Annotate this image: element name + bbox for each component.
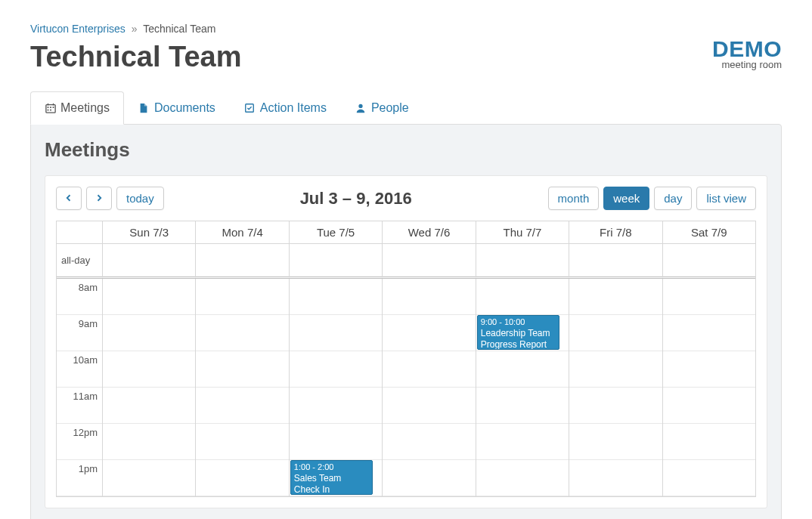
tab-label: Documents [154, 101, 215, 115]
calendar-toolbar: today Jul 3 – 9, 2016 month week day lis… [56, 187, 756, 210]
svg-rect-5 [50, 110, 51, 111]
time-slot-cell[interactable] [196, 388, 288, 424]
time-slot-cell[interactable] [663, 388, 755, 424]
time-slot-cell[interactable] [196, 315, 288, 351]
view-month-button[interactable]: month [548, 187, 600, 210]
view-day-button[interactable]: day [654, 187, 692, 210]
time-slot-cell[interactable] [383, 351, 475, 388]
checklist-icon [244, 103, 256, 114]
prev-button[interactable] [56, 187, 82, 210]
time-label: 8am [57, 279, 102, 315]
time-slot-cell[interactable] [569, 279, 662, 315]
time-slot-cell[interactable] [383, 388, 475, 424]
tab-documents[interactable]: Documents [124, 91, 230, 125]
person-icon [355, 103, 367, 114]
time-slot-cell[interactable] [383, 424, 475, 460]
time-slot-cell[interactable] [383, 460, 475, 496]
allday-cell[interactable] [102, 244, 195, 279]
file-icon [138, 103, 150, 114]
breadcrumb-root-link[interactable]: Virtucon Enterprises [30, 23, 126, 35]
tab-label: Meetings [60, 101, 110, 115]
time-slot-cell[interactable] [290, 424, 382, 460]
day-header: Thu 7/7 [476, 221, 569, 244]
allday-label: all-day [57, 244, 102, 279]
time-slot-cell[interactable] [663, 279, 755, 315]
time-slot-cell[interactable] [290, 279, 382, 315]
time-slot-cell[interactable] [569, 351, 662, 388]
day-header: Wed 7/6 [382, 221, 475, 244]
time-slot-cell[interactable] [196, 351, 288, 388]
calendar-title: Jul 3 – 9, 2016 [300, 189, 412, 209]
day-col-fri[interactable] [569, 279, 662, 496]
chevron-left-icon [64, 193, 73, 202]
calendar-event[interactable]: 9:00 - 10:00Leadership Team Progress Rep… [477, 315, 559, 350]
time-slot-cell[interactable] [476, 388, 569, 424]
svg-rect-0 [45, 105, 54, 113]
svg-rect-3 [52, 107, 54, 108]
tab-label: People [371, 101, 409, 115]
allday-cell[interactable] [195, 244, 288, 279]
time-slot-cell[interactable] [103, 315, 195, 351]
time-slot-cell[interactable] [569, 424, 662, 460]
calendar-event[interactable]: 1:00 - 2:00Sales Team Check In [290, 460, 373, 495]
view-list-button[interactable]: list view [696, 187, 756, 210]
time-slot-cell[interactable] [476, 460, 569, 496]
time-label: 12pm [57, 424, 102, 460]
time-slot-cell[interactable] [383, 279, 475, 315]
time-slot-cell[interactable] [569, 388, 662, 424]
time-slot-cell[interactable] [663, 460, 755, 496]
time-slot-cell[interactable] [103, 388, 195, 424]
day-col-sun[interactable] [102, 279, 195, 496]
day-header: Fri 7/8 [569, 221, 662, 244]
time-slot-cell[interactable] [196, 460, 288, 496]
time-slot-cell[interactable] [103, 279, 195, 315]
time-slot-cell[interactable] [290, 388, 382, 424]
svg-point-9 [359, 104, 363, 108]
time-slot-cell[interactable] [663, 315, 755, 351]
day-col-tue[interactable]: 1:00 - 2:00Sales Team Check In [289, 279, 382, 496]
logo-text: DEMO [712, 36, 782, 62]
day-col-wed[interactable] [382, 279, 475, 496]
time-slot-cell[interactable] [103, 424, 195, 460]
view-week-button[interactable]: week [603, 187, 649, 210]
time-slot-cell[interactable] [663, 351, 755, 388]
day-col-sat[interactable] [662, 279, 755, 496]
time-slot-cell[interactable] [663, 424, 755, 460]
event-title: Sales Team Check In [294, 473, 341, 495]
calendar-grid: Sun 7/3 Mon 7/4 Tue 7/5 Wed 7/6 Thu 7/7 … [56, 221, 756, 497]
tab-action-items[interactable]: Action Items [230, 91, 341, 125]
day-header: Mon 7/4 [195, 221, 288, 244]
time-slot-cell[interactable] [290, 351, 382, 388]
allday-cell[interactable] [476, 244, 569, 279]
svg-rect-2 [50, 107, 51, 108]
time-slot-cell[interactable] [476, 351, 569, 388]
time-slot-cell[interactable] [383, 315, 475, 351]
event-time: 1:00 - 2:00 [294, 462, 369, 473]
time-slot-cell[interactable] [196, 424, 288, 460]
allday-cell[interactable] [289, 244, 382, 279]
panel: Meetings today Jul 3 – 9, 2016 month wee… [30, 124, 782, 519]
day-header: Sun 7/3 [102, 221, 195, 244]
axis-corner [57, 221, 102, 244]
next-button[interactable] [86, 187, 112, 210]
logo-subtext: meeting room [712, 59, 782, 70]
calendar: today Jul 3 – 9, 2016 month week day lis… [45, 175, 767, 508]
day-col-mon[interactable] [195, 279, 288, 496]
time-slot-cell[interactable] [103, 460, 195, 496]
allday-cell[interactable] [662, 244, 755, 279]
allday-cell[interactable] [569, 244, 662, 279]
time-slot-cell[interactable] [476, 424, 569, 460]
calendar-icon [45, 103, 56, 114]
time-slot-cell[interactable] [476, 279, 569, 315]
allday-cell[interactable] [382, 244, 475, 279]
time-slot-cell[interactable] [569, 460, 662, 496]
time-label: 10am [57, 351, 102, 388]
time-slot-cell[interactable] [103, 351, 195, 388]
tab-meetings[interactable]: Meetings [30, 91, 124, 125]
tab-people[interactable]: People [341, 91, 423, 125]
time-slot-cell[interactable] [290, 315, 382, 351]
time-slot-cell[interactable] [569, 315, 662, 351]
time-slot-cell[interactable] [196, 279, 288, 315]
today-button[interactable]: today [116, 187, 164, 210]
day-col-thu[interactable]: 9:00 - 10:00Leadership Team Progress Rep… [476, 279, 569, 496]
